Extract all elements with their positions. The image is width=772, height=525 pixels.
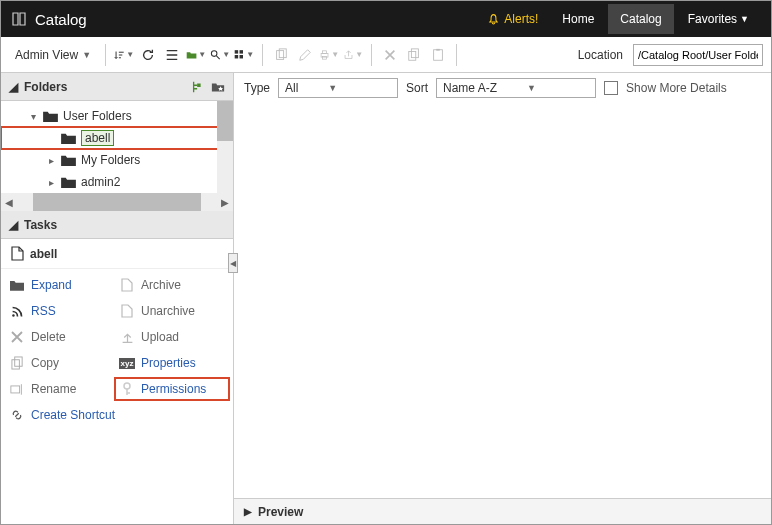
task-label: Properties bbox=[141, 356, 196, 370]
sort-icon[interactable]: ▼ bbox=[114, 45, 134, 65]
paste-icon bbox=[428, 45, 448, 65]
task-rename[interactable]: Rename bbox=[9, 381, 115, 397]
new-folder-icon[interactable]: ▼ bbox=[186, 45, 206, 65]
chevron-down-icon: ▼ bbox=[740, 14, 749, 24]
tree-scrollbar-horizontal[interactable]: ◀ ▶ bbox=[1, 193, 233, 211]
task-upload[interactable]: Upload bbox=[119, 329, 225, 345]
task-permissions[interactable]: Permissions bbox=[116, 379, 228, 399]
svg-rect-16 bbox=[11, 360, 18, 369]
refresh-icon[interactable] bbox=[138, 45, 158, 65]
tasks-panel-header[interactable]: ◢ Tasks bbox=[1, 211, 233, 239]
task-grid: ExpandArchiveRSSUnarchiveDeleteUploadCop… bbox=[1, 269, 233, 431]
view-selector[interactable]: Admin View ▼ bbox=[9, 44, 97, 66]
svg-rect-14 bbox=[197, 83, 201, 87]
tree-row[interactable]: ▸My Folders bbox=[1, 149, 233, 171]
svg-point-19 bbox=[124, 383, 130, 389]
splitter-handle[interactable]: ◀ bbox=[228, 253, 238, 273]
print-icon: ▼ bbox=[319, 45, 339, 65]
folder-icon bbox=[43, 110, 59, 122]
svg-rect-3 bbox=[235, 55, 238, 58]
nav-home[interactable]: Home bbox=[550, 4, 606, 34]
tree-scrollbar-vertical[interactable] bbox=[217, 101, 233, 193]
delete-icon bbox=[380, 45, 400, 65]
task-label: Upload bbox=[141, 330, 179, 344]
book-icon bbox=[11, 11, 27, 27]
collapse-arrow-icon: ◢ bbox=[9, 218, 18, 232]
alerts-link[interactable]: Alerts! bbox=[477, 6, 548, 32]
list-icon[interactable] bbox=[162, 45, 182, 65]
rename-icon bbox=[9, 381, 25, 397]
tree-row[interactable]: abell bbox=[1, 127, 233, 149]
chevron-down-icon: ▼ bbox=[82, 50, 91, 60]
up-icon bbox=[119, 329, 135, 345]
task-unarchive[interactable]: Unarchive bbox=[119, 303, 225, 319]
tree-expander-icon[interactable]: ▸ bbox=[45, 155, 57, 166]
grid-icon[interactable]: ▼ bbox=[234, 45, 254, 65]
task-create-shortcut[interactable]: Create Shortcut bbox=[9, 407, 225, 423]
tasks-selected-file: abell bbox=[1, 239, 233, 269]
show-more-label: Show More Details bbox=[626, 81, 727, 95]
location-input[interactable] bbox=[633, 44, 763, 66]
folders-panel-header[interactable]: ◢ Folders bbox=[1, 73, 233, 101]
scroll-right-icon[interactable]: ▶ bbox=[217, 197, 233, 208]
main: ◢ Folders ▾User Foldersabell▸My Folders▸… bbox=[1, 73, 771, 524]
svg-point-15 bbox=[12, 314, 14, 316]
folders-header-label: Folders bbox=[24, 80, 67, 94]
folder-tree: ▾User Foldersabell▸My Folders▸admin2 ◀ ▶ bbox=[1, 101, 233, 211]
tasks-header-label: Tasks bbox=[24, 218, 57, 232]
type-select[interactable]: All ▼ bbox=[278, 78, 398, 98]
nav-catalog[interactable]: Catalog bbox=[608, 4, 673, 34]
tree-row[interactable]: ▾User Folders bbox=[1, 105, 233, 127]
task-label: Unarchive bbox=[141, 304, 195, 318]
svg-rect-8 bbox=[323, 50, 327, 53]
separator bbox=[262, 44, 263, 66]
nav-favorites-label: Favorites bbox=[688, 12, 737, 26]
preview-label: Preview bbox=[258, 505, 303, 519]
view-selector-label: Admin View bbox=[15, 48, 78, 62]
task-delete[interactable]: Delete bbox=[9, 329, 115, 345]
topbar: Catalog Alerts! Home Catalog Favorites ▼ bbox=[1, 1, 771, 37]
tree-item-label: admin2 bbox=[81, 175, 120, 189]
sort-select[interactable]: Name A-Z ▼ bbox=[436, 78, 596, 98]
expand-arrow-icon: ▶ bbox=[244, 506, 252, 517]
duplicate-icon bbox=[404, 45, 424, 65]
alerts-label: Alerts! bbox=[504, 12, 538, 26]
copy-icon bbox=[271, 45, 291, 65]
filter-bar: Type All ▼ Sort Name A-Z ▼ Show More Det… bbox=[234, 73, 771, 103]
page-title: Catalog bbox=[35, 11, 87, 28]
preview-panel-header[interactable]: ▶ Preview bbox=[234, 498, 771, 524]
svg-rect-4 bbox=[240, 55, 243, 58]
task-copy[interactable]: Copy bbox=[9, 355, 115, 371]
chevron-down-icon: ▼ bbox=[527, 83, 536, 93]
task-expand[interactable]: Expand bbox=[9, 277, 115, 293]
file-icon bbox=[11, 246, 24, 261]
separator bbox=[105, 44, 106, 66]
folder-icon bbox=[9, 277, 25, 293]
task-label: Delete bbox=[31, 330, 66, 344]
toolbar: Admin View ▼ ▼ ▼ ▼ ▼ ▼ ▼ Location bbox=[1, 37, 771, 73]
tree-row[interactable]: ▸admin2 bbox=[1, 171, 233, 193]
rss-icon bbox=[9, 303, 25, 319]
key-icon bbox=[119, 381, 135, 397]
task-properties[interactable]: xyzProperties bbox=[119, 355, 225, 371]
scroll-left-icon[interactable]: ◀ bbox=[1, 197, 17, 208]
svg-rect-18 bbox=[11, 386, 20, 393]
show-more-checkbox[interactable] bbox=[604, 81, 618, 95]
search-icon[interactable]: ▼ bbox=[210, 45, 230, 65]
doc-icon bbox=[119, 277, 135, 293]
sort-label: Sort bbox=[406, 81, 428, 95]
task-label: Expand bbox=[31, 278, 72, 292]
svg-rect-1 bbox=[235, 50, 238, 53]
task-rss[interactable]: RSS bbox=[9, 303, 115, 319]
export-icon: ▼ bbox=[343, 45, 363, 65]
tree-expander-icon[interactable]: ▾ bbox=[27, 111, 39, 122]
tree-item-label: abell bbox=[81, 130, 114, 146]
x-icon bbox=[9, 329, 25, 345]
separator bbox=[371, 44, 372, 66]
copy-icon bbox=[9, 355, 25, 371]
nav-favorites[interactable]: Favorites ▼ bbox=[676, 4, 761, 34]
task-archive[interactable]: Archive bbox=[119, 277, 225, 293]
folder-star-icon[interactable] bbox=[211, 80, 225, 94]
tree-expander-icon[interactable]: ▸ bbox=[45, 177, 57, 188]
tree-sync-icon[interactable] bbox=[191, 80, 205, 94]
